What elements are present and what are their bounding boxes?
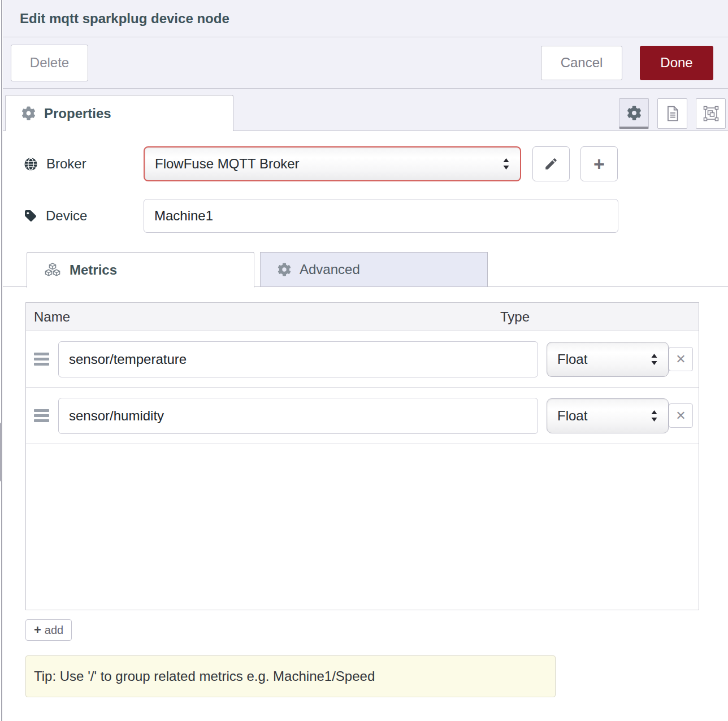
done-button[interactable]: Done [640,46,713,80]
device-input[interactable] [144,199,618,233]
tab-metrics[interactable]: Metrics [27,252,254,288]
edit-broker-button[interactable] [532,146,570,181]
tag-icon [24,209,37,223]
tab-advanced-label: Advanced [300,262,360,277]
broker-label-text: Broker [46,156,86,172]
broker-select-value: FlowFuse MQTT Broker [155,156,300,172]
plus-icon: + [593,153,605,175]
delete-button[interactable]: Delete [11,45,88,81]
select-arrows-icon [651,410,658,422]
tip-text: Tip: Use '/' to group related metrics e.… [34,668,375,684]
metrics-advanced-tabs: Metrics Advanced [3,252,728,287]
properties-settings-tab-button[interactable] [619,98,649,129]
gear-icon [627,106,642,120]
drag-handle-icon[interactable] [34,350,50,368]
column-header-type: Type [500,303,530,331]
cancel-button[interactable]: Cancel [541,46,622,80]
cubes-icon [44,262,61,278]
plus-icon: + [34,623,41,637]
dialog-header: Edit mqtt sparkplug device node [3,0,728,37]
tab-metrics-label: Metrics [70,262,117,278]
column-header-name: Name [34,303,70,331]
metric-type-value: Float [557,408,587,424]
tray-tab-buttons [619,98,726,129]
metrics-table: Name Type Float ✕ Float [25,302,699,610]
dialog-toolbar: Delete Cancel Done [3,37,728,89]
edit-node-dialog: Edit mqtt sparkplug device node Delete C… [3,0,728,721]
gear-icon [21,106,36,120]
dialog-title: Edit mqtt sparkplug device node [20,11,229,27]
editor-scrollbar-thumb[interactable] [0,423,2,481]
toolbar-right-group: Cancel Done [541,46,713,80]
device-label: Device [24,199,87,233]
appearance-tab-button[interactable] [696,98,726,129]
select-arrows-icon [651,353,658,366]
metric-type-value: Float [557,351,587,367]
metric-row: Float ✕ [26,331,699,388]
metric-name-input[interactable] [58,398,538,434]
tab-properties[interactable]: Properties [5,95,233,131]
properties-tabbar: Properties [3,89,728,131]
broker-label: Broker [24,146,86,181]
metric-type-select[interactable]: Float [547,342,669,377]
tab-advanced[interactable]: Advanced [260,252,488,287]
close-icon: ✕ [675,352,686,367]
tip-message: Tip: Use '/' to group related metrics e.… [25,655,556,697]
description-icon [665,106,680,121]
metrics-table-header: Name Type [26,303,699,331]
metric-row: Float ✕ [26,388,699,444]
drag-handle-icon[interactable] [34,407,50,424]
remove-metric-button[interactable]: ✕ [669,347,693,371]
select-arrows-icon [502,158,510,170]
editor-edge-divider [1,0,2,721]
tab-properties-label: Properties [44,106,111,121]
device-label-text: Device [46,208,87,224]
properties-form: Broker FlowFuse MQTT Broker + Device [3,132,728,721]
broker-select[interactable]: FlowFuse MQTT Broker [144,146,521,181]
close-icon: ✕ [675,409,686,423]
pencil-icon [544,157,558,171]
remove-metric-button[interactable]: ✕ [669,403,693,428]
add-broker-button[interactable]: + [580,146,618,181]
metric-name-input[interactable] [58,341,538,377]
globe-icon [24,157,38,171]
add-metric-button[interactable]: + add [25,619,72,641]
add-button-label: add [45,624,63,637]
gear-icon [278,263,291,276]
description-tab-button[interactable] [657,98,687,129]
metric-type-select[interactable]: Float [547,398,669,433]
appearance-icon [703,106,719,121]
